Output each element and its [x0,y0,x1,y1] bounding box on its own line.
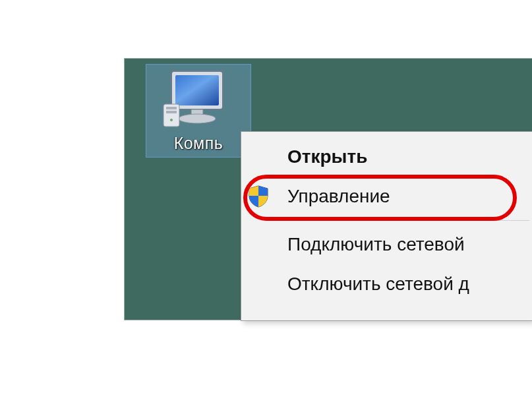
computer-icon [162,69,235,131]
desktop-icon-label: Компь [146,134,251,153]
menu-item-label: Подключить сетевой [287,234,465,255]
uac-shield-icon [248,185,269,208]
menu-item-label: Отключить сетевой д [287,274,469,295]
svg-rect-1 [175,75,219,105]
desktop-icon-computer[interactable]: Компь [146,64,251,158]
svg-rect-6 [166,111,177,113]
viewport: Компь Открыть Управлен [0,0,532,412]
menu-item-open[interactable]: Открыть [241,137,532,177]
menu-item-label: Открыть [287,146,367,167]
menu-item-label: Управление [287,186,390,207]
menu-separator [244,220,529,221]
menu-item-map-drive[interactable]: Подключить сетевой [241,225,532,264]
svg-point-7 [170,119,173,121]
menu-item-manage[interactable]: Управление [241,177,532,216]
menu-item-disconnect-drive[interactable]: Отключить сетевой д [241,264,532,304]
context-menu: Открыть Управление Подк [241,131,532,321]
svg-point-3 [179,114,216,123]
desktop[interactable]: Компь Открыть Управлен [124,58,532,320]
svg-rect-5 [166,107,177,109]
